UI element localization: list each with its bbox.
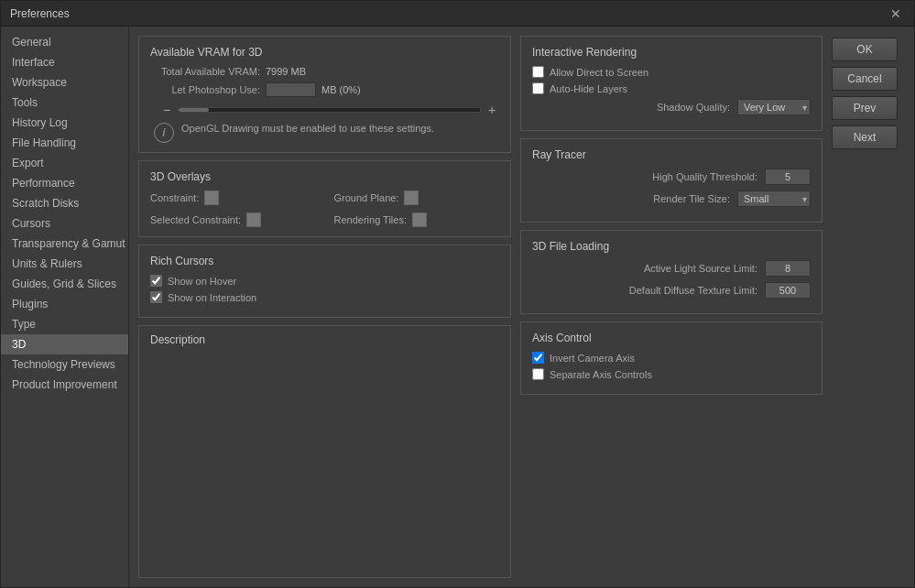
constraint-swatch[interactable] [204,191,219,205]
show-on-hover-checkbox[interactable] [150,275,162,287]
opengl-note: i OpenGL Drawing must be enabled to use … [150,123,499,143]
close-button[interactable]: ✕ [887,5,905,22]
vram-use-label: Let Photoshop Use: [150,84,260,95]
sidebar-item-performance[interactable]: Performance [1,173,128,193]
sidebar-item-interface[interactable]: Interface [1,52,128,72]
active-light-label: Active Light Source Limit: [644,263,757,274]
right-panel: Interactive Rendering Allow Direct to Sc… [520,36,822,578]
active-light-row: Active Light Source Limit: [532,260,811,277]
rich-cursors-section: Rich Cursors Show on Hover Show on Inter… [138,245,511,318]
shadow-quality-select-wrapper: Very Low Low Medium High [737,99,811,115]
vram-section: Available VRAM for 3D Total Available VR… [138,36,511,153]
preferences-dialog: Preferences ✕ GeneralInterfaceWorkspaceT… [0,0,915,588]
slider-minus-icon[interactable]: − [159,103,174,117]
high-quality-label: High Quality Threshold: [652,171,757,182]
allow-direct-label: Allow Direct to Screen [550,67,648,78]
main-content: Available VRAM for 3D Total Available VR… [129,27,914,587]
shadow-quality-label: Shadow Quality: [657,102,730,113]
sidebar-item-product-improvement[interactable]: Product Improvement [1,375,128,395]
cancel-button[interactable]: Cancel [832,67,898,91]
vram-title: Available VRAM for 3D [150,46,499,59]
default-diffuse-input[interactable] [765,282,811,299]
render-tile-label: Render Tile Size: [653,193,730,204]
vram-use-input[interactable] [266,82,316,97]
allow-direct-checkbox[interactable] [532,66,544,78]
ir-title: Interactive Rendering [532,46,811,59]
interactive-rendering-section: Interactive Rendering Allow Direct to Sc… [520,36,822,131]
active-light-input[interactable] [765,260,811,277]
overlays-grid: Constraint: Ground Plane: Selected Const… [150,191,499,227]
invert-camera-label: Invert Camera Axis [550,353,635,364]
vram-slider-track[interactable] [178,107,481,113]
show-on-hover-label: Show on Hover [168,276,236,287]
vram-total-label: Total Available VRAM: [150,66,260,77]
sidebar-item-workspace[interactable]: Workspace [1,72,128,93]
render-tile-row: Render Tile Size: Small Medium Large [532,191,811,207]
rendering-tiles-row: Rendering Tiles: [334,212,500,227]
rt-title: Ray Tracer [532,148,811,161]
separate-axis-label: Separate Axis Controls [550,369,652,380]
description-title: Description [150,333,499,346]
sidebar-item-tools[interactable]: Tools [1,93,128,113]
sidebar-item-scratch-disks[interactable]: Scratch Disks [1,193,128,213]
auto-hide-label: Auto-Hide Layers [550,83,627,94]
sidebar-item-transparency---gamut[interactable]: Transparency & Gamut [1,234,128,254]
show-on-interaction-row: Show on Interaction [150,291,499,303]
fl-title: 3D File Loading [532,240,811,253]
auto-hide-row: Auto-Hide Layers [532,82,811,94]
vram-slider-row: − + [150,103,499,117]
shadow-quality-select[interactable]: Very Low Low Medium High [737,99,811,115]
sidebar-item-units---rulers[interactable]: Units & Rulers [1,254,128,274]
rendering-tiles-swatch[interactable] [412,212,427,227]
invert-camera-row: Invert Camera Axis [532,352,811,364]
content-area: Available VRAM for 3D Total Available VR… [129,27,914,587]
vram-total-row: Total Available VRAM: 7999 MB [150,66,499,77]
selected-constraint-row: Selected Constraint: [150,212,316,227]
prev-button[interactable]: Prev [832,96,898,120]
sidebar-item-guides--grid---slices[interactable]: Guides, Grid & Slices [1,274,128,294]
ground-plane-swatch[interactable] [404,191,419,205]
sidebar-item-file-handling[interactable]: File Handling [1,133,128,153]
sidebar-item-type[interactable]: Type [1,314,128,334]
overlays-title: 3D Overlays [150,170,499,183]
high-quality-input[interactable] [765,169,811,185]
sidebar-item-export[interactable]: Export [1,153,128,173]
vram-total-value: 7999 MB [266,66,306,77]
ground-plane-row: Ground Plane: [334,191,500,205]
sidebar-item-3d[interactable]: 3D [1,334,128,354]
ray-tracer-section: Ray Tracer High Quality Threshold: Rende… [520,138,822,223]
sidebar-item-technology-previews[interactable]: Technology Previews [1,354,128,375]
action-buttons: OK Cancel Prev Next [832,36,905,578]
info-icon: i [154,123,174,143]
vram-slider-fill [179,108,209,112]
sidebar-item-general[interactable]: General [1,32,128,52]
slider-plus-icon[interactable]: + [485,103,499,117]
next-button[interactable]: Next [832,125,898,149]
allow-direct-row: Allow Direct to Screen [532,66,811,78]
show-on-interaction-checkbox[interactable] [150,291,162,303]
sidebar-item-cursors[interactable]: Cursors [1,213,128,234]
sidebar-item-history-log[interactable]: History Log [1,113,128,133]
ok-button[interactable]: OK [832,38,898,61]
rendering-tiles-label: Rendering Tiles: [334,214,408,225]
description-section: Description [138,325,511,578]
separate-axis-checkbox[interactable] [532,368,544,380]
invert-camera-checkbox[interactable] [532,352,544,364]
show-on-interaction-label: Show on Interaction [168,292,256,303]
separate-axis-row: Separate Axis Controls [532,368,811,380]
auto-hide-checkbox[interactable] [532,82,544,94]
left-panel: Available VRAM for 3D Total Available VR… [138,36,511,578]
show-on-hover-row: Show on Hover [150,275,499,287]
render-tile-select[interactable]: Small Medium Large [737,191,811,207]
default-diffuse-row: Default Diffuse Texture Limit: [532,282,811,299]
selected-constraint-swatch[interactable] [246,212,261,227]
dialog-body: GeneralInterfaceWorkspaceToolsHistory Lo… [1,27,914,587]
sidebar: GeneralInterfaceWorkspaceToolsHistory Lo… [1,27,129,587]
overlays-section: 3D Overlays Constraint: Ground Plane: [138,160,511,237]
title-bar: Preferences ✕ [1,1,914,27]
constraint-row: Constraint: [150,191,316,205]
ground-plane-label: Ground Plane: [334,192,399,203]
rich-cursors-title: Rich Cursors [150,255,499,267]
selected-constraint-label: Selected Constraint: [150,214,241,225]
sidebar-item-plugins[interactable]: Plugins [1,294,128,314]
